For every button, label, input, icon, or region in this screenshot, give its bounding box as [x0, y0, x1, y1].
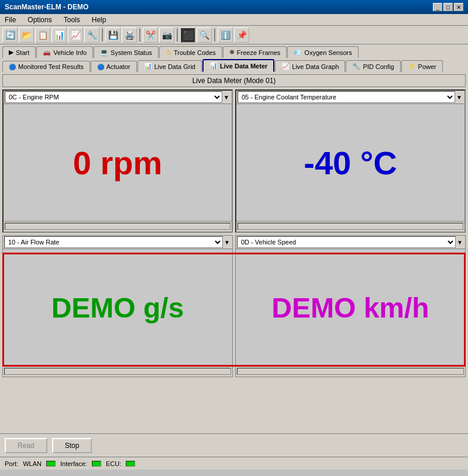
- meter-select-row-speed: 0D - Vehicle Speed ▼: [236, 236, 465, 249]
- tab-live-meter-icon: 📊: [209, 62, 218, 70]
- meter-value-area-airflow: DEMO g/s: [3, 249, 232, 366]
- tab-trouble-codes[interactable]: ⚠ Trouble Codes: [159, 46, 222, 58]
- meter-panel-coolant: 05 - Engine Coolant Temperature ▼ -40 °C: [235, 89, 466, 233]
- minimize-button[interactable]: _: [433, 3, 442, 11]
- tab-pid-icon: 🔧: [352, 63, 360, 70]
- toolbar-btn-6[interactable]: 💾: [105, 27, 121, 43]
- tab-start-label: Start: [16, 49, 29, 56]
- menu-bar: File Options Tools Help: [0, 14, 468, 26]
- toolbar-separator-2: [139, 29, 140, 42]
- tab-live-graph-icon: 📈: [281, 63, 290, 70]
- tab-monitored-test-results[interactable]: 🔵 Monitored Test Results: [2, 61, 90, 72]
- meter-select-coolant-arrow: ▼: [455, 94, 463, 101]
- toolbar-btn-1[interactable]: 📂: [19, 27, 34, 43]
- title-bar: ScanMaster-ELM - DEMO _ □ ✕: [0, 0, 468, 14]
- meter-bar-rpm: [5, 223, 230, 230]
- toolbar-btn-0[interactable]: 🔄: [2, 27, 18, 43]
- meter-bar-area-coolant: [236, 221, 464, 232]
- bottom-bar: Read Stop: [0, 433, 468, 457]
- menu-options[interactable]: Options: [25, 15, 54, 25]
- toolbar-btn-10[interactable]: ⬛: [180, 27, 195, 43]
- tab-oxygen-sensors-label: Oxygen Sensors: [304, 49, 352, 56]
- interface-label: Interface:: [60, 460, 87, 467]
- toolbar-btn-3[interactable]: 📊: [51, 27, 67, 43]
- meter-select-row-airflow: 10 - Air Flow Rate ▼: [3, 236, 232, 249]
- tab-system-status[interactable]: 💻 System Status: [94, 46, 159, 58]
- tab-vehicle-info-label: Vehicle Info: [53, 49, 87, 56]
- meter-select-row-coolant: 05 - Engine Coolant Temperature ▼: [236, 91, 464, 104]
- meter-bar-airflow: [4, 368, 231, 375]
- port-led: [46, 461, 56, 467]
- toolbar-btn-8[interactable]: ✂️: [143, 27, 158, 43]
- tab-pid-label: PID Config: [363, 63, 394, 70]
- tab-actuator-label: Actuator: [106, 63, 130, 70]
- meter-value-area-rpm: 0 rpm: [4, 104, 232, 221]
- tab-actuator[interactable]: 🔵 Actuator: [91, 61, 137, 72]
- meter-panel-airflow: 10 - Air Flow Rate ▼ DEMO g/s: [2, 235, 233, 377]
- stop-button[interactable]: Stop: [52, 438, 92, 453]
- tab-row-2: 🔵 Monitored Test Results 🔵 Actuator 📊 Li…: [0, 58, 468, 72]
- tab-live-meter-label: Live Data Meter: [220, 63, 267, 70]
- close-button[interactable]: ✕: [454, 3, 463, 11]
- meter-panel-rpm: 0C - Engine RPM ▼ 0 rpm: [2, 89, 233, 233]
- menu-help[interactable]: Help: [90, 15, 109, 25]
- toolbar-btn-9[interactable]: 📷: [159, 27, 174, 43]
- meter-panel-speed: 0D - Vehicle Speed ▼ DEMO km/h: [235, 235, 466, 377]
- toolbar-btn-11[interactable]: 🔍: [197, 27, 212, 43]
- tab-power[interactable]: ⚡ Power: [401, 60, 443, 72]
- meter-select-coolant[interactable]: 05 - Engine Coolant Temperature: [238, 91, 455, 103]
- toolbar-btn-5[interactable]: 🔧: [84, 27, 99, 43]
- meter-row-2: 10 - Air Flow Rate ▼ DEMO g/s 0D - Vehic…: [2, 235, 466, 377]
- toolbar-separator-1: [102, 29, 103, 42]
- tab-oxygen-sensors-icon: 💨: [294, 49, 302, 56]
- tab-pid-config[interactable]: 🔧 PID Config: [346, 60, 400, 72]
- tab-live-data-grid[interactable]: 📊 Live Data Grid: [137, 60, 202, 72]
- tab-freeze-frames-icon: ❄: [229, 49, 235, 56]
- toolbar-btn-12[interactable]: ℹ️: [218, 27, 233, 43]
- port-label: Port:: [5, 460, 18, 467]
- tab-freeze-frames[interactable]: ❄ Freeze Frames: [223, 46, 287, 58]
- meter-select-speed[interactable]: 0D - Vehicle Speed: [237, 236, 456, 248]
- tab-power-label: Power: [418, 63, 436, 70]
- window-title: ScanMaster-ELM - DEMO: [5, 3, 88, 11]
- content-area: Live Data Meter (Mode 01) 0C - Engine RP…: [0, 72, 468, 433]
- tab-live-data-meter[interactable]: 📊 Live Data Meter: [202, 59, 274, 72]
- port-value: WLAN: [23, 460, 42, 467]
- tab-trouble-codes-icon: ⚠: [166, 49, 171, 56]
- toolbar-separator-4: [214, 29, 215, 42]
- toolbar-btn-13[interactable]: 📌: [234, 27, 249, 43]
- toolbar-btn-2[interactable]: 📋: [35, 27, 50, 43]
- tab-oxygen-sensors[interactable]: 💨 Oxygen Sensors: [287, 46, 358, 58]
- maximize-button[interactable]: □: [443, 3, 453, 11]
- menu-tools[interactable]: Tools: [61, 15, 82, 25]
- tab-vehicle-info-icon: 🚗: [43, 49, 51, 56]
- tab-vehicle-info[interactable]: 🚗 Vehicle Info: [36, 46, 93, 58]
- tab-live-grid-icon: 📊: [144, 63, 152, 70]
- meter-bar-area-rpm: [4, 221, 232, 232]
- meter-value-airflow: DEMO g/s: [51, 292, 184, 324]
- meter-select-row-rpm: 0C - Engine RPM ▼: [4, 91, 232, 104]
- meter-select-rpm[interactable]: 0C - Engine RPM: [5, 91, 222, 103]
- meters-container: 0C - Engine RPM ▼ 0 rpm 05 - Engine Cool…: [2, 89, 466, 431]
- toolbar-btn-4[interactable]: 📈: [68, 27, 83, 43]
- meter-value-area-coolant: -40 °C: [236, 104, 464, 221]
- tab-live-data-graph[interactable]: 📈 Live Data Graph: [275, 60, 345, 72]
- ecu-label: ECU:: [106, 460, 121, 467]
- tab-actuator-icon: 🔵: [97, 64, 104, 70]
- tab-system-status-icon: 💻: [100, 49, 108, 56]
- status-bar: Port: WLAN Interface: ECU:: [0, 457, 468, 470]
- read-button[interactable]: Read: [5, 438, 47, 453]
- meter-value-rpm: 0 rpm: [73, 144, 163, 182]
- meter-select-airflow-arrow: ▼: [223, 239, 231, 246]
- tab-monitored-icon: 🔵: [9, 64, 16, 70]
- meter-value-coolant: -40 °C: [304, 144, 397, 182]
- menu-file[interactable]: File: [2, 15, 18, 25]
- meter-select-rpm-arrow: ▼: [222, 94, 230, 101]
- tab-start[interactable]: ▶ Start: [2, 46, 36, 58]
- ecu-led: [126, 461, 135, 467]
- meter-select-airflow[interactable]: 10 - Air Flow Rate: [4, 236, 223, 248]
- toolbar-separator-3: [177, 29, 178, 42]
- toolbar-btn-7[interactable]: 🖨️: [122, 27, 137, 43]
- tab-live-graph-label: Live Data Graph: [292, 63, 339, 70]
- tab-system-status-label: System Status: [111, 49, 152, 56]
